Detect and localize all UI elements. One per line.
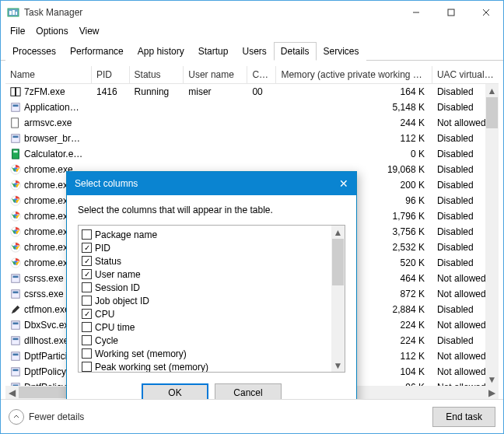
close-button[interactable] (468, 2, 503, 23)
column-option[interactable]: Package name (79, 228, 345, 241)
svg-rect-35 (12, 321, 20, 330)
svg-rect-33 (12, 290, 20, 299)
scroll-up-icon[interactable]: ▲ (485, 84, 499, 97)
process-icon (10, 86, 21, 97)
column-option-label: Package name (95, 229, 157, 240)
col-uac[interactable]: UAC virtualization (432, 66, 499, 83)
tab-services[interactable]: Services (317, 42, 366, 61)
table-row[interactable]: Calculator.e…0 KDisabled (5, 146, 499, 162)
menu-options[interactable]: Options (31, 24, 72, 40)
svg-rect-37 (12, 337, 20, 345)
cell-cpu (247, 106, 276, 109)
ok-button[interactable]: OK (142, 383, 208, 399)
checkbox[interactable]: ✓ (82, 243, 92, 253)
scroll-up-icon[interactable]: ▲ (331, 226, 345, 239)
tab-details[interactable]: Details (274, 42, 317, 61)
dialog-scroll-thumb[interactable] (332, 239, 344, 285)
maximize-button[interactable] (433, 2, 468, 23)
titlebar[interactable]: Task Manager (1, 1, 503, 24)
cell-status (130, 121, 184, 124)
col-user[interactable]: User name (184, 66, 247, 83)
minimize-button[interactable] (398, 2, 433, 23)
checkbox[interactable]: ✓ (82, 256, 92, 266)
svg-rect-34 (13, 292, 19, 294)
cell-user: miser (184, 85, 247, 99)
fewer-details-button[interactable]: Fewer details (9, 409, 84, 425)
checkbox[interactable] (82, 362, 92, 372)
cell-name: Application… (24, 102, 79, 113)
process-icon (10, 257, 21, 268)
process-icon (10, 211, 21, 222)
dialog-close-icon[interactable]: ✕ (339, 177, 348, 190)
cell-cpu: 00 (247, 85, 276, 99)
cell-cpu (247, 137, 276, 140)
col-status[interactable]: Status (130, 66, 184, 83)
col-cpu[interactable]: CPU (247, 66, 276, 83)
footer: Fewer details End task (1, 399, 503, 433)
col-name[interactable]: Name (5, 66, 92, 83)
tab-app-history[interactable]: App history (131, 42, 191, 61)
cell-name: ctfmon.exe (24, 304, 70, 315)
svg-rect-9 (15, 88, 16, 96)
process-icon (10, 366, 21, 377)
columns-list[interactable]: Package name✓PID✓Status✓User nameSession… (78, 225, 345, 373)
column-option[interactable]: ✓User name (79, 268, 345, 281)
checkbox[interactable] (82, 348, 92, 359)
cell-name: Calculator.e… (24, 149, 82, 159)
end-task-button[interactable]: End task (432, 407, 495, 427)
col-pid[interactable]: PID (92, 66, 130, 83)
dialog-title: Select columns (75, 178, 138, 189)
checkbox[interactable] (82, 335, 92, 345)
table-row[interactable]: 7zFM.exe1416Runningmiser00164 KDisabled (5, 84, 499, 100)
table-row[interactable]: armsvc.exe244 KNot allowed (5, 115, 499, 131)
window-title: Task Manager (24, 7, 82, 18)
scroll-thumb[interactable] (486, 97, 498, 128)
process-icon (10, 180, 21, 191)
menu-view[interactable]: View (75, 24, 104, 40)
column-option-label: Session ID (95, 282, 140, 293)
column-option[interactable]: CPU time (79, 320, 345, 334)
column-option[interactable]: Cycle (79, 334, 345, 347)
checkbox[interactable] (82, 282, 92, 292)
column-option[interactable]: ✓Status (79, 254, 345, 268)
column-option[interactable]: Job object ID (79, 294, 345, 307)
scroll-left-icon[interactable]: ◀ (5, 386, 19, 399)
task-manager-window: Task Manager File Options View Processes… (0, 0, 504, 434)
column-option-label: PID (95, 243, 110, 254)
cancel-button[interactable]: Cancel (215, 383, 282, 399)
menu-file[interactable]: File (5, 24, 30, 40)
process-icon (10, 335, 21, 346)
checkbox[interactable] (82, 296, 92, 306)
column-option[interactable]: Working set (memory) (79, 347, 345, 360)
svg-rect-3 (16, 12, 17, 15)
column-option[interactable]: Session ID (79, 281, 345, 294)
checkbox[interactable] (82, 229, 92, 240)
cell-name: browser_br… (24, 133, 80, 144)
checkbox[interactable]: ✓ (82, 269, 92, 279)
tab-performance[interactable]: Performance (63, 42, 131, 61)
tab-users[interactable]: Users (235, 42, 273, 61)
svg-rect-44 (13, 385, 19, 387)
table-row[interactable]: Application…5,148 KDisabled (5, 100, 499, 115)
process-icon (10, 117, 21, 128)
column-option[interactable]: Peak working set (memory) (79, 360, 345, 373)
col-memory[interactable]: Memory (active private working set) (276, 66, 432, 83)
cell-user (184, 152, 247, 156)
content-area: Name PID Status User name CPU Memory (ac… (1, 61, 503, 399)
process-icon (10, 351, 21, 362)
scroll-down-icon[interactable]: ▼ (485, 373, 499, 386)
svg-rect-42 (13, 369, 19, 372)
tab-startup[interactable]: Startup (191, 42, 236, 61)
column-option[interactable]: ✓CPU (79, 307, 345, 320)
dialog-scrollbar[interactable]: ▲ ▼ (331, 226, 345, 372)
scroll-down-icon[interactable]: ▼ (331, 359, 345, 372)
column-option-label: CPU time (95, 322, 135, 333)
scroll-right-icon[interactable]: ▶ (485, 386, 499, 399)
table-row[interactable]: browser_br…112 KDisabled (5, 131, 499, 146)
checkbox[interactable]: ✓ (82, 309, 92, 319)
column-option[interactable]: ✓PID (79, 241, 345, 254)
checkbox[interactable] (82, 322, 92, 332)
dialog-titlebar[interactable]: Select columns ✕ (67, 172, 356, 195)
vertical-scrollbar[interactable]: ▲ ▼ (485, 84, 499, 386)
tab-processes[interactable]: Processes (5, 42, 63, 61)
